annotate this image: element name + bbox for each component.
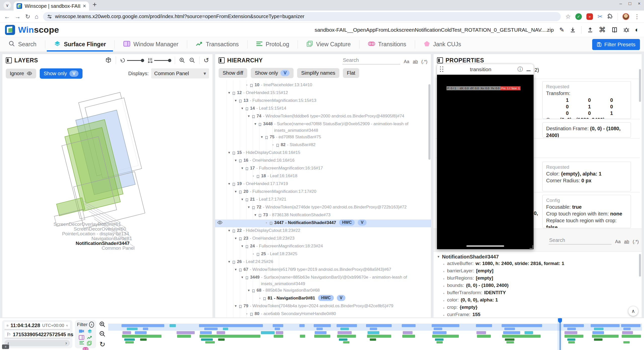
reload-icon[interactable]: ↻ [25,14,30,20]
dark-mode-icon[interactable]: ◐ [635,26,639,34]
tree-row-24[interactable]: ▼24- FullscreenMagnification:18:23#24 [215,243,431,251]
window-manager-icon[interactable] [79,335,84,340]
timeline-event-bar[interactable] [432,324,459,327]
info-icon[interactable]: ⓘ [517,66,523,73]
reset-zoom-icon[interactable]: ↻ [99,340,105,348]
transactions-icon[interactable] [87,335,92,340]
timeline-event-bar[interactable] [300,335,305,338]
timeline-event-bar[interactable] [622,331,633,334]
timeline-event-bar[interactable] [435,338,444,341]
timeline-event-bar[interactable] [370,338,376,341]
timeline-event-bar[interactable] [140,338,146,341]
properties-scrollbar[interactable] [639,69,641,102]
timeline-event-bar[interactable] [476,331,486,334]
property-row[interactable]: ●currFrame:155 [437,311,642,318]
upload-icon[interactable] [587,27,593,33]
tree-row-25[interactable]: ●25- Leaf:18:23#25 [215,251,431,258]
match-word-button[interactable]: ab [624,239,629,244]
timeline-event-bar[interactable] [368,331,379,334]
show-diff-chip[interactable]: Show diff [219,68,247,78]
timeline-event-bar[interactable] [592,335,619,338]
browser-tab[interactable]: Winscope | sandbox-FAIL × [14,2,89,11]
timeline-event-bar[interactable] [223,328,228,330]
report-bug-icon[interactable] [623,27,629,33]
timeline-event-bar[interactable] [403,331,412,334]
timeline-event-bar[interactable] [594,328,603,330]
zoom-in-icon[interactable] [99,321,106,328]
zoom-out-icon[interactable] [189,57,195,63]
timeline-event-bar[interactable] [143,328,148,330]
expand-chevron-icon[interactable]: ▼ [246,287,251,294]
expand-chevron-icon[interactable]: ▼ [240,243,245,249]
timeline-event-bar[interactable] [199,324,263,327]
show-only-v-toggle[interactable]: Show onlyV [40,68,83,79]
timeline-event-bar[interactable] [367,335,391,338]
expand-chevron-icon[interactable]: ▼ [233,266,238,273]
expand-chevron-icon[interactable]: ▼ [240,165,245,171]
window-maximize-icon[interactable]: □ [629,1,631,6]
tree-row-3449[interactable]: ▼3449- Surface(name=885b63e NavigationBa… [215,274,431,287]
zoom-out-icon[interactable] [99,331,106,337]
timeline-event-bar[interactable] [402,324,416,327]
home-icon[interactable]: ⌂ [35,14,38,20]
expand-chevron-icon[interactable]: ▼ [227,90,232,96]
timeline-event-bar[interactable] [594,338,602,341]
timeline-event-bar[interactable] [433,331,447,334]
expand-chevron-icon[interactable]: ▼ [227,227,232,234]
timeline-event-bar[interactable] [261,331,275,334]
expand-chevron-icon[interactable]: ▼ [253,212,258,218]
timeline-event-bar[interactable] [124,338,135,341]
tab-close-icon[interactable]: × [83,3,86,9]
documentation-book-icon[interactable] [611,27,618,33]
timeline-event-bar[interactable] [316,328,323,330]
screenshot-overlay[interactable]: transition ⓘ P: 0 / 1dX: 0.0dY: 0.0Xv: 0… [437,64,534,249]
property-row[interactable]: ●color:(0, 0, 0), alpha: 1 [437,297,642,304]
timeline-event-bar[interactable] [314,324,331,327]
scroll-to-top-button[interactable]: ∧ [628,306,638,316]
visibility-eye-icon[interactable] [217,220,223,227]
copy-icon[interactable] [66,323,68,328]
forward-icon[interactable]: → [15,14,21,20]
timeline-event-bar[interactable] [217,331,225,334]
tree-row-16[interactable]: ▼16- OneHanded:16:16#16 [215,157,431,165]
timeline-event-bar[interactable] [592,331,604,334]
timeline-event-bar[interactable] [502,335,541,338]
timeline-pan-scrollbar[interactable]: ‹ › [5,340,70,346]
tab-view-capture[interactable]: View Capture [298,37,359,52]
screen-recording-icon[interactable] [78,329,85,334]
protolog-icon[interactable] [79,341,84,345]
overlay-header[interactable]: transition ⓘ [437,64,534,75]
tree-row-82[interactable]: ●82- StatusBar#82 [215,142,431,149]
timeline-event-bar[interactable] [565,335,583,338]
timeline-event-bar[interactable] [567,328,576,330]
tree-row-12[interactable]: ▼12- OneHanded:15:15#12 [215,90,431,97]
display-select[interactable]: Common Panel ▾ [151,68,209,78]
shortcuts-icon[interactable]: ⌘ [599,26,606,34]
expand-chevron-icon[interactable]: ▼ [233,188,238,195]
tab-window-manager[interactable]: Window Manager [115,37,187,52]
tree-row-3448[interactable]: ▼3448- Surface(name=ed70f88 StatusBar)/@… [215,121,431,134]
spacing-slider[interactable] [148,58,171,63]
properties-tree-root[interactable]: ▼NotificationShade#3447 [437,253,642,260]
tree-row-74[interactable]: ▼74- WindowToken{fdddbe6 type=2000 andro… [215,113,431,121]
expand-chevron-icon[interactable]: ▼ [246,204,251,210]
expand-chevron-icon[interactable]: ▼ [227,258,232,265]
tree-row-26[interactable]: ▼26- Leaf:24:25#26 [215,258,431,266]
layers-3d-view[interactable]: ScreenDecorOverlayBottom#61ScreenDecorOv… [2,92,213,315]
extension-video-icon[interactable]: » [586,13,593,20]
timeline-event-bar[interactable] [623,341,630,343]
timeline-event-bar[interactable] [565,331,577,334]
expand-chevron-icon[interactable]: ▼ [227,181,232,187]
tree-row-3447[interactable]: ●3447- NotificationShade#3447HWCV [215,220,431,227]
extension-check-icon[interactable]: ✓ [575,13,582,20]
hierarchy-search-input[interactable] [342,56,400,64]
resize-handle[interactable] [530,245,533,249]
expand-chevron-icon[interactable]: ▼ [240,274,245,281]
timeline-event-bar[interactable] [273,324,283,327]
tree-row-68[interactable]: ▼68- 885b63e NavigationBar0#68 [215,287,431,295]
timeline-event-bar[interactable] [568,341,575,343]
tab-transitions[interactable]: Transitions [359,37,415,52]
timeline-event-bar[interactable] [200,331,212,334]
tree-row-73[interactable]: ▼73- 8736138 NotificationShade#73 [215,212,431,220]
timeline-event-bar[interactable] [177,331,195,334]
